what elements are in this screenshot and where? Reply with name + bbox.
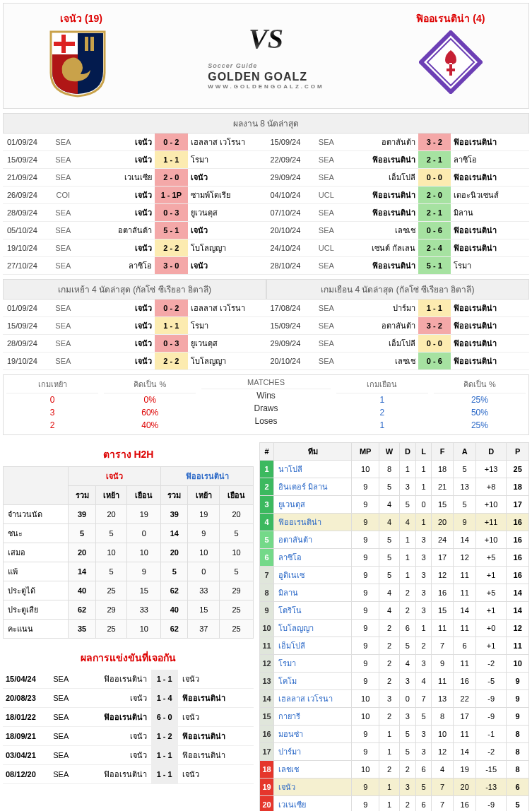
h2h-title: ตาราง H2H bbox=[3, 442, 254, 466]
h2h-match-row: 15/04/24SEAฟิออเรนติน่า1 - 1เจนัว bbox=[3, 670, 254, 689]
standings-row: 11เอ็มโปลี925276+111 bbox=[260, 637, 529, 655]
svg-rect-3 bbox=[54, 42, 75, 46]
h2h-row: ประตูเสีย622933401525 bbox=[4, 600, 254, 620]
standings-row: 13โคโม92341116-59 bbox=[260, 673, 529, 690]
home4-table: 01/09/24SEAเจนัว0 - 2เฮลลาส เวโรนา15/09/… bbox=[3, 300, 266, 370]
match-row: 28/10/24SEAฟิออเรนติน่า5 - 1โรมา bbox=[266, 257, 530, 275]
match-row: 07/10/24SEAฟิออเรนติน่า2 - 1มิลาน bbox=[266, 204, 530, 222]
summary-hdr-pct2: คิดเป็น % bbox=[434, 378, 526, 393]
standings-table: # ทีม MP W D L F A D P 1นาโปลี10811185+1… bbox=[259, 442, 529, 811]
standings-row: 7อูดิเนเซ95131211+116 bbox=[260, 567, 529, 584]
match-row: 15/09/24SEAอตาลันต้า3 - 2ฟิออเรนติน่า bbox=[266, 317, 530, 335]
h2h-row: เสมอ201010201010 bbox=[4, 543, 254, 562]
away-team-crest bbox=[419, 30, 483, 101]
h2h-match-row: 18/09/21SEAเจนัว1 - 2ฟิออเรนติน่า bbox=[3, 727, 254, 746]
summary-hdr-away: เกมเยือน bbox=[336, 378, 428, 393]
h2h-matches-title: ผลการแข่งขันที่เจอกัน bbox=[3, 646, 254, 670]
standings-row: 5อตาลันต้า95132414+1016 bbox=[260, 531, 529, 549]
team-link[interactable]: กายารี bbox=[278, 712, 300, 721]
team-link[interactable]: โบโลญญา bbox=[278, 624, 314, 632]
standings-row: 6ลาซิโอ95131712+516 bbox=[260, 549, 529, 567]
team-link[interactable]: เวเนเซีย bbox=[278, 800, 306, 809]
away-team-block: ฟิออเรนติน่า (4) bbox=[380, 11, 521, 101]
team-link[interactable]: มิลาน bbox=[278, 588, 298, 597]
match-row: 21/09/24SEAเวเนเซีย2 - 0เจนัว bbox=[3, 169, 266, 187]
team-link[interactable]: อตาลันต้า bbox=[278, 535, 312, 544]
team-link[interactable]: โรมา bbox=[278, 659, 296, 668]
match-row: 20/10/24SEAเลชเช0 - 6ฟิออเรนติน่า bbox=[266, 222, 530, 239]
match-row: 15/09/24SEAเจนัว1 - 1โรมา bbox=[3, 151, 266, 169]
match-row: 15/09/24SEAอตาลันต้า3 - 2ฟิออเรนติน่า bbox=[266, 134, 530, 151]
team-link[interactable]: ลาซิโอ bbox=[278, 553, 302, 562]
standings-row: 16มอนซ่า91531011-18 bbox=[260, 726, 529, 743]
h2h-match-row: 03/04/21SEAเจนัว1 - 1ฟิออเรนติน่า bbox=[3, 746, 254, 765]
last8-away-table: 15/09/24SEAอตาลันต้า3 - 2ฟิออเรนติน่า22/… bbox=[266, 134, 530, 275]
match-row: 24/10/24UCLเซนต์ กัลเลน2 - 4ฟิออเรนติน่า bbox=[266, 239, 530, 257]
standings-row: 12โรมา9243911-210 bbox=[260, 655, 529, 673]
site-logo: Soccer Guide GOLDEN GOALZ WWW.GOLDENGOAL… bbox=[208, 58, 324, 90]
team-link[interactable]: อูดิเนเซ bbox=[278, 571, 305, 579]
h2h-match-row: 20/08/23SEAเจนัว1 - 4ฟิออเรนติน่า bbox=[3, 689, 254, 708]
match-row: 01/09/24SEAเจนัว0 - 2เฮลลาส เวโรนา bbox=[3, 134, 266, 151]
standings-row: 17ปาร์มา91531214-28 bbox=[260, 743, 529, 761]
match-row: 05/10/24SEAอตาลันต้า5 - 1เจนัว bbox=[3, 222, 266, 239]
team-link[interactable]: ยูเวนตุส bbox=[278, 500, 305, 509]
home-team-crest bbox=[49, 30, 113, 101]
match-row: 27/10/24SEAลาซิโอ3 - 0เจนัว bbox=[3, 257, 266, 275]
home-team-block: เจนัว (19) bbox=[11, 11, 152, 101]
team-link[interactable]: เอ็มโปลี bbox=[278, 641, 305, 650]
home-team-name: เจนัว (19) bbox=[60, 11, 102, 26]
summary-hdr-matches: MATCHES bbox=[201, 378, 330, 389]
team-link[interactable]: เฮลลาส เวโรนา bbox=[278, 694, 333, 703]
match-row: 04/10/24UCLฟิออเรนติน่า2 - 0เดอะนิวเซนส์ bbox=[266, 187, 530, 204]
team-link[interactable]: เลชเช bbox=[278, 765, 299, 774]
h2h-row: ชนะ5501495 bbox=[4, 524, 254, 543]
standings-row: 20เวเนเซีย9126716-95 bbox=[260, 796, 529, 812]
match-header: เจนัว (19) bbox=[3, 3, 529, 109]
standings-row: 3ยูเวนตุส9450155+1017 bbox=[260, 496, 529, 514]
match-row: 26/09/24COIเจนัว1 - 1Pซามพ์โดเรีย bbox=[3, 187, 266, 204]
match-row: 15/09/24SEAเจนัว1 - 1โรมา bbox=[3, 317, 266, 335]
match-row: 29/09/24SEAเอ็มโปลี0 - 0ฟิออเรนติน่า bbox=[266, 335, 530, 353]
match-row: 28/09/24SEAเจนัว0 - 3ยูเวนตุส bbox=[3, 204, 266, 222]
team-link[interactable]: ฟิออเรนติน่า bbox=[278, 518, 321, 526]
h2h-table: เจนัว ฟิออเรนติน่า รวม เหย้า เยือน รวม เ… bbox=[3, 466, 254, 639]
last8-home-table: 01/09/24SEAเจนัว0 - 2เฮลลาส เวโรนา15/09/… bbox=[3, 134, 266, 275]
standings-row: 10โบโลญญา92611111+012 bbox=[260, 620, 529, 637]
team-link[interactable]: ปาร์มา bbox=[278, 747, 301, 756]
team-link[interactable]: อินเตอร์ มิลาน bbox=[278, 483, 328, 491]
h2h-row: คะแนน352510623725 bbox=[4, 620, 254, 639]
match-row: 28/09/24SEAเจนัว0 - 3ยูเวนตุส bbox=[3, 335, 266, 353]
standings-row: 18เลชเช10226419-158 bbox=[260, 761, 529, 779]
h2h-row: ประตูได้402515623329 bbox=[4, 581, 254, 600]
h2h-row: จำนวนนัด392019391920 bbox=[4, 505, 254, 524]
h2h-match-row: 08/12/20SEAฟิออเรนติน่า1 - 1เจนัว bbox=[3, 765, 254, 784]
match-row: 01/09/24SEAเจนัว0 - 2เฮลลาส เวโรนา bbox=[3, 300, 266, 317]
away4-table: 17/08/24SEAปาร์มา1 - 1ฟิออเรนติน่า15/09/… bbox=[266, 300, 530, 370]
summary-table: เกมเหย้า 0 3 2 คิดเป็น % 0% 60% 40% MATC… bbox=[3, 374, 529, 435]
team-link[interactable]: โคโม bbox=[278, 677, 297, 685]
standings-row: 8มิลาน94231611+514 bbox=[260, 584, 529, 602]
match-row: 29/09/24SEAเอ็มโปลี0 - 0ฟิออเรนติน่า bbox=[266, 169, 530, 187]
h2h-row: แพ้1459505 bbox=[4, 562, 254, 581]
match-row: 22/09/24SEAฟิออเรนติน่า2 - 1ลาซิโอ bbox=[266, 151, 530, 169]
svg-rect-5 bbox=[90, 37, 94, 51]
match-row: 20/10/24SEAเลชเช0 - 6ฟิออเรนติน่า bbox=[266, 353, 530, 370]
vs-label: VS bbox=[249, 22, 283, 55]
away-team-name: ฟิออเรนติน่า (4) bbox=[416, 11, 485, 26]
team-link[interactable]: โตริโน bbox=[278, 606, 302, 615]
svg-rect-4 bbox=[85, 37, 88, 51]
team-link[interactable]: เจนัว bbox=[278, 783, 295, 791]
summary-hdr-pct: คิดเป็น % bbox=[104, 378, 196, 393]
standings-row: 2อินเตอร์ มิลาน95312113+818 bbox=[260, 478, 529, 496]
summary-hdr-home: เกมเหย้า bbox=[6, 378, 98, 393]
team-link[interactable]: นาโปลี bbox=[278, 465, 302, 473]
standings-row: 14เฮลลาส เวโรนา103071322-99 bbox=[260, 690, 529, 708]
vs-block: VS Soccer Guide GOLDEN GOALZ WWW.GOLDENG… bbox=[208, 22, 324, 90]
section-home4-title: เกมเหย้า 4 นัดล่าสุด (กัลโซ่ ซีเรียอา อิ… bbox=[3, 279, 266, 300]
team-link[interactable]: มอนซ่า bbox=[278, 730, 303, 738]
standings-row: 19เจนัว9135720-136 bbox=[260, 779, 529, 796]
section-last8-title: ผลงาน 8 นัดล่าสุด bbox=[3, 113, 529, 134]
match-row: 19/10/24SEAเจนัว2 - 2โบโลญญา bbox=[3, 239, 266, 257]
standings-row: 1นาโปลี10811185+1325 bbox=[260, 461, 529, 478]
